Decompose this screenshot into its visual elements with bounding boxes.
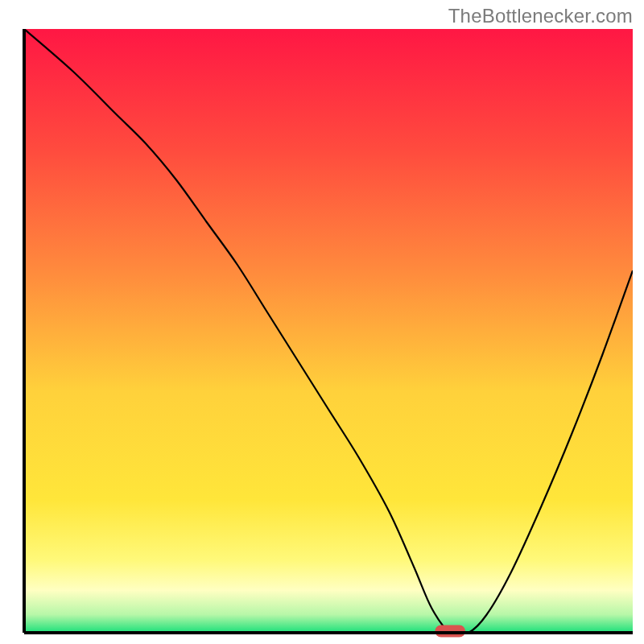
bottleneck-chart: TheBottlenecker.com	[0, 0, 644, 644]
plot-background	[24, 29, 633, 633]
attribution-text: TheBottlenecker.com	[448, 5, 633, 27]
chart-svg	[0, 0, 644, 644]
